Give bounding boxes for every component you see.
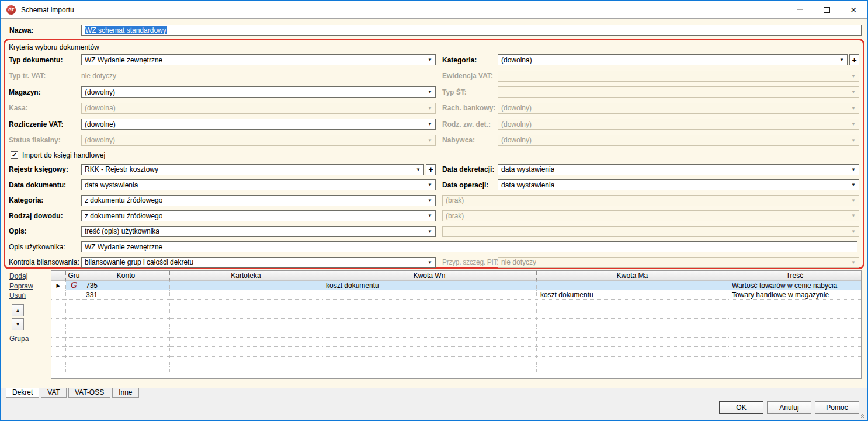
ok-button[interactable]: OK <box>719 401 763 414</box>
typ-tr-vat-link[interactable]: nie dotyczy <box>81 72 116 80</box>
maximize-icon <box>824 7 830 13</box>
tab-vat[interactable]: VAT <box>41 388 67 398</box>
cell-tresc <box>728 357 861 366</box>
opis-uzytkownika-label: Opis użytkownika: <box>9 243 81 251</box>
cell-gru <box>66 309 82 319</box>
rozliczenie-vat-label: Rozliczenie VAT: <box>9 120 81 128</box>
table-row-empty[interactable] <box>51 347 861 356</box>
dialog-content: Nazwa: WZ schemat standardowy Kryteria w… <box>1 19 867 388</box>
data-operacji-combo[interactable]: data wystawienia ▼ <box>498 179 859 190</box>
tab-vat-oss[interactable]: VAT-OSS <box>68 388 110 398</box>
add-row-link[interactable]: Dodaj <box>9 272 50 281</box>
kategoria-combo[interactable]: (dowolna) ▼ <box>498 54 848 65</box>
rodzaj-dowodu-brak-combo: (brak) ▼ <box>442 210 859 221</box>
table-row-empty[interactable] <box>51 309 861 319</box>
resize-grip[interactable] <box>857 411 865 419</box>
cell-gru <box>66 319 82 328</box>
cell-konto <box>82 300 170 309</box>
opis-uzytkownika-input[interactable]: WZ Wydanie zewnętrzne <box>81 241 857 252</box>
cell-gru <box>66 347 82 356</box>
typ-st-combo: ▼ <box>498 86 859 98</box>
cell-marker <box>51 328 66 338</box>
combo-value: (dowolny) <box>85 88 115 96</box>
table-row-empty[interactable] <box>51 300 861 309</box>
cell-kwota-wn <box>322 328 537 338</box>
table-row-empty[interactable] <box>51 338 861 347</box>
cell-gru <box>66 328 82 338</box>
kontrola-bilansowania-combo[interactable]: bilansowanie grup i całości dekretu ▼ <box>81 257 436 268</box>
data-dekretacji-combo[interactable]: data wystawienia ▼ <box>498 164 859 175</box>
combo-value: nie dotyczy <box>501 258 536 266</box>
add-rejestr-button[interactable]: + <box>426 164 436 175</box>
typ-dokumentu-combo[interactable]: WZ Wydanie zewnętrzne ▼ <box>81 54 436 65</box>
help-button[interactable]: Pomoc <box>815 401 859 414</box>
close-button[interactable]: ✕ <box>840 1 867 18</box>
combo-value: RKK - Rejestr kosztowy <box>85 165 158 173</box>
cell-kwota-wn <box>322 357 537 366</box>
cancel-button[interactable]: Anuluj <box>767 401 811 414</box>
rach-bankowy-combo: (dowolny) ▼ <box>498 103 859 114</box>
cell-marker <box>51 366 66 375</box>
add-kategoria-button[interactable]: + <box>849 54 859 65</box>
chevron-down-icon: ▼ <box>849 260 856 265</box>
combo-value: (dowolna) <box>85 104 116 112</box>
opis-disabled-combo: ▼ <box>442 226 859 237</box>
cell-kwota-wn <box>322 347 537 356</box>
edit-row-link[interactable]: Popraw <box>9 281 50 291</box>
combo-value: (dowolny) <box>501 104 532 112</box>
cell-gru <box>66 357 82 366</box>
table-row[interactable]: 331 koszt dokumentu Towary handlowe w ma… <box>51 290 861 300</box>
minimize-icon <box>797 9 803 10</box>
rozliczenie-vat-combo[interactable]: (dowolne) ▼ <box>81 119 436 130</box>
cell-kwota-wn <box>322 290 537 300</box>
tab-dekret[interactable]: Dekret <box>6 388 39 398</box>
delete-row-link[interactable]: Usuń <box>9 291 50 301</box>
table-row-empty[interactable] <box>51 366 861 375</box>
chevron-down-icon: ▼ <box>849 89 856 95</box>
move-down-button[interactable]: ▼ <box>12 318 24 330</box>
kategoria-dekretu-combo[interactable]: z dokumentu źródłowego ▼ <box>81 195 436 206</box>
tab-inne[interactable]: Inne <box>112 388 138 398</box>
magazyn-label: Magazyn: <box>9 88 81 96</box>
maximize-button[interactable] <box>813 1 840 18</box>
kategoria-label: Kategoria: <box>442 56 498 64</box>
data-dokumentu-combo[interactable]: data wystawienia ▼ <box>81 179 436 190</box>
rejestr-ksiegowy-combo[interactable]: RKK - Rejestr kosztowy ▼ <box>81 164 424 175</box>
name-input[interactable]: WZ schemat standardowy <box>81 25 862 36</box>
decree-section: Dodaj Popraw Usuń ▲ ▼ Grupa Gru Konto Ka… <box>1 270 867 379</box>
cell-konto <box>82 347 170 356</box>
cell-kwota-wn <box>322 366 537 375</box>
cell-tresc <box>728 366 861 375</box>
table-row-empty[interactable] <box>51 328 861 338</box>
table-row-empty[interactable] <box>51 357 861 366</box>
import-ksiega-checkbox[interactable]: ✓ <box>11 151 18 159</box>
table-row-empty[interactable] <box>51 319 861 328</box>
move-up-button[interactable]: ▲ <box>12 304 24 316</box>
combo-value: bilansowanie grup i całości dekretu <box>85 258 193 266</box>
minimize-button[interactable] <box>786 1 813 18</box>
chevron-down-icon: ▼ <box>425 121 432 127</box>
kasa-combo: (dowolna) ▼ <box>81 103 436 114</box>
opis-combo[interactable]: treść (opis) użytkownika ▼ <box>81 226 436 237</box>
cell-konto <box>82 328 170 338</box>
group-link[interactable]: Grupa <box>9 334 50 344</box>
combo-value: WZ Wydanie zewnętrzne <box>85 56 162 64</box>
chevron-down-icon: ▼ <box>849 106 856 111</box>
chevron-down-icon: ▼ <box>849 198 856 203</box>
name-label: Nazwa: <box>9 26 81 34</box>
cell-gru: G <box>66 281 82 290</box>
rodzaj-dowodu-combo[interactable]: z dokumentu źródłowego ▼ <box>81 210 436 221</box>
rodz-zw-det-combo: (dowolny) ▼ <box>498 119 859 130</box>
col-gru: Gru <box>66 271 82 281</box>
status-fiskalny-label: Status fiskalny: <box>9 136 81 144</box>
magazyn-combo[interactable]: (dowolny) ▼ <box>81 86 436 98</box>
cell-kartoteka <box>170 309 322 319</box>
cell-tresc <box>728 319 861 328</box>
import-ksiega-label: Import do księgi handlowej <box>22 151 105 159</box>
cell-kwota-ma <box>537 319 728 328</box>
kasa-label: Kasa: <box>9 104 81 112</box>
table-row[interactable]: ▶ G 735 koszt dokumentu Wartość towarów … <box>51 281 861 290</box>
col-konto: Konto <box>82 271 170 281</box>
col-kartoteka: Kartoteka <box>170 271 322 281</box>
nabywca-combo: (dowolny) ▼ <box>498 135 859 146</box>
